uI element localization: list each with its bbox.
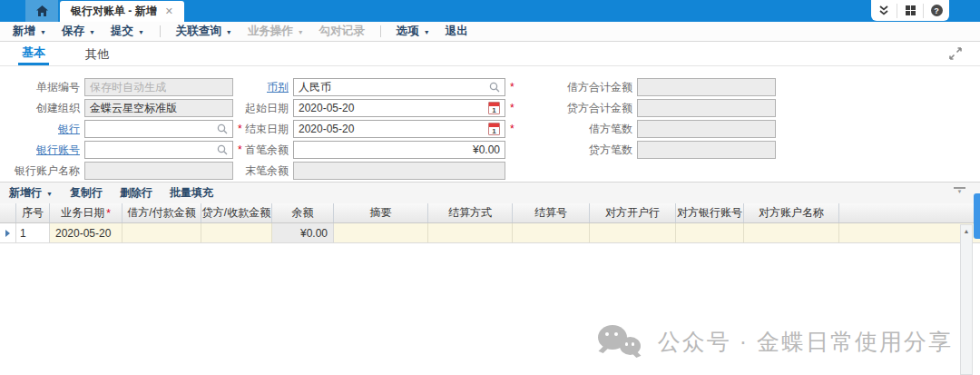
credit-total-field [637, 99, 776, 117]
field-row: 借方合计金额 [544, 78, 776, 96]
column-header-biz-date[interactable]: 业务日期* [50, 203, 122, 222]
collapse-toolbar-button[interactable] [871, 4, 897, 18]
last-balance-field [293, 162, 505, 180]
cell-counter-name[interactable] [744, 223, 839, 242]
cell-counter-account[interactable] [676, 223, 744, 242]
dropdown-caret-icon [226, 29, 232, 35]
calendar-icon[interactable] [488, 123, 500, 135]
cell-filler [839, 223, 980, 242]
first-balance-field[interactable]: ¥0.00 [293, 141, 505, 159]
grid-settings-icon[interactable] [954, 187, 965, 194]
bank-account-name-field [84, 162, 233, 180]
toolbar-related-query-label: 关联查询 [176, 24, 221, 39]
side-panel-handle[interactable] [974, 193, 980, 239]
copy-row-button[interactable]: 复制行 [70, 185, 103, 201]
help-button[interactable] [923, 4, 949, 18]
search-icon[interactable] [217, 144, 228, 155]
row-indicator-cell[interactable] [0, 223, 16, 242]
expand-form-button[interactable] [949, 47, 962, 63]
toolbar-new-label: 新增 [13, 24, 35, 39]
cell-credit-amount[interactable] [201, 223, 272, 242]
start-date-field[interactable]: 2020-05-20 [293, 99, 505, 117]
toolbar-new-button[interactable]: 新增 [13, 24, 46, 39]
cell-counter-bank[interactable] [590, 223, 676, 242]
tab-other-label: 其他 [85, 46, 109, 63]
toolbar-submit-button[interactable]: 提交 [111, 24, 144, 39]
bank-account-label[interactable]: 银行账号 [0, 143, 80, 158]
column-header-balance[interactable]: 余额 [272, 203, 334, 222]
column-header-settle-method[interactable]: 结算方式 [428, 203, 513, 222]
form-tab-strip: 基本 其他 [0, 43, 980, 66]
currency-label[interactable]: 币别 [232, 80, 289, 95]
column-header-filler [839, 203, 980, 222]
tab-other[interactable]: 其他 [82, 43, 113, 65]
dropdown-caret-icon [46, 191, 53, 197]
delete-row-button[interactable]: 删除行 [120, 185, 152, 201]
vertical-scrollbar[interactable] [960, 224, 973, 375]
create-org-field: 金蝶云星空标准版 [84, 99, 233, 117]
form-header-area: 单据编号 保存时自动生成 创建组织 金蝶云星空标准版 银行 [0, 67, 980, 182]
create-org-label: 创建组织 [0, 101, 80, 116]
expand-arrows-icon [949, 47, 962, 60]
field-row: 银行 * [0, 120, 242, 138]
toolbar-submit-label: 提交 [111, 24, 133, 39]
field-row: 银行账户名称 [0, 162, 242, 180]
column-header-settle-number[interactable]: 结算号 [513, 203, 590, 222]
dropdown-caret-icon [89, 29, 95, 35]
add-row-button[interactable]: 新增行 [9, 185, 53, 201]
toolbar-exit-button[interactable]: 退出 [446, 24, 468, 39]
search-icon[interactable] [217, 123, 228, 134]
search-icon[interactable] [489, 82, 500, 93]
toolbar-check-record-button: 勾对记录 [319, 24, 365, 39]
toolbar-exit-label: 退出 [446, 24, 468, 39]
start-date-label: 起始日期 [232, 101, 289, 116]
tab-basic[interactable]: 基本 [18, 43, 49, 65]
column-header-seq[interactable]: 序号 [16, 203, 50, 222]
cell-summary[interactable] [334, 223, 428, 242]
credit-count-field [637, 141, 776, 159]
debit-count-field [637, 120, 776, 138]
field-row: 贷方笔数 [544, 141, 776, 159]
watermark: 公众号 · 金蝶日常使用分享 [598, 322, 953, 360]
column-header-summary[interactable]: 摘要 [334, 203, 428, 222]
cell-seq[interactable]: 1 [16, 223, 50, 242]
bank-label[interactable]: 银行 [0, 122, 80, 137]
cell-debit-amount[interactable] [122, 223, 201, 242]
last-balance-label: 末笔余额 [232, 163, 289, 179]
grid-data-row-1[interactable]: 1 2020-05-20 ¥0.00 [0, 223, 980, 243]
watermark-text: 公众号 · 金蝶日常使用分享 [658, 327, 953, 357]
batch-fill-button[interactable]: 批量填充 [170, 185, 213, 201]
end-date-field[interactable]: 2020-05-20 [293, 120, 505, 138]
apps-menu-button[interactable] [897, 4, 923, 18]
calendar-icon[interactable] [488, 102, 500, 114]
wechat-icon [598, 322, 645, 360]
bank-field[interactable] [84, 120, 233, 138]
toolbar-related-query-button[interactable]: 关联查询 [176, 24, 232, 39]
column-header-counter-bank[interactable]: 对方开户行 [590, 203, 676, 222]
home-tab[interactable] [25, 0, 58, 22]
field-row: 结束日期 2020-05-20 * [232, 120, 514, 138]
field-row: 末笔余额 [232, 162, 514, 180]
double-chevron-down-icon [878, 5, 889, 16]
dropdown-caret-icon [298, 29, 304, 35]
column-header-debit-amount[interactable]: 借方/付款金额 [122, 203, 201, 222]
form-column-right: 借方合计金额 贷方合计金额 借方笔数 贷方笔数 [544, 78, 776, 159]
field-row: 起始日期 2020-05-20 * [232, 99, 514, 117]
close-icon[interactable] [165, 6, 173, 16]
toolbar-options-button[interactable]: 选项 [397, 24, 430, 39]
home-icon [36, 5, 48, 16]
cell-settle-number[interactable] [513, 223, 590, 242]
bank-account-field[interactable] [84, 141, 233, 159]
document-tab[interactable]: 银行对账单 - 新增 [60, 1, 184, 22]
required-asterisk: * [510, 123, 514, 135]
currency-field[interactable]: 人民币 [293, 78, 505, 96]
column-header-counter-account[interactable]: 对方银行账号 [676, 203, 744, 222]
toolbar-save-button[interactable]: 保存 [62, 24, 95, 39]
cell-settle-method[interactable] [428, 223, 513, 242]
column-header-counter-name[interactable]: 对方账户名称 [744, 203, 839, 222]
debit-count-label: 借方笔数 [544, 122, 632, 137]
cell-biz-date[interactable]: 2020-05-20 [50, 223, 122, 242]
add-row-label: 新增行 [9, 185, 42, 201]
column-header-credit-amount[interactable]: 贷方/收款金额 [201, 203, 272, 222]
dropdown-caret-icon [40, 29, 46, 35]
